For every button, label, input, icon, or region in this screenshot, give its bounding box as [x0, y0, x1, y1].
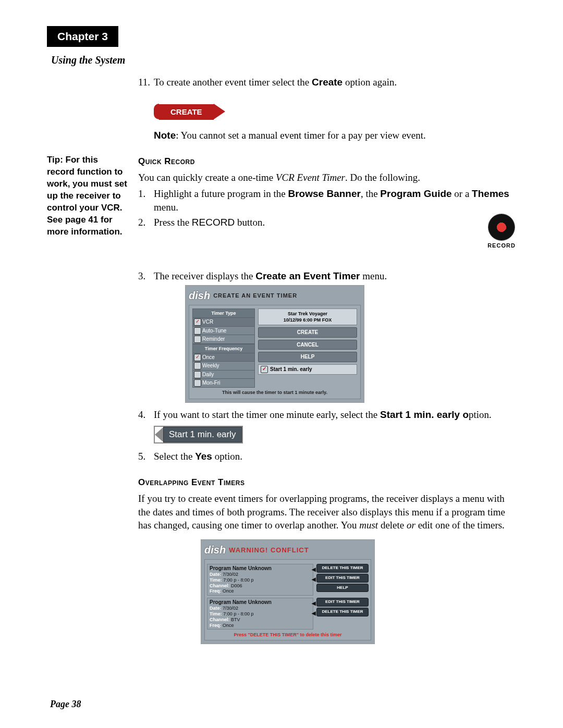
- delete-timer-button: ◀DELETE THIS TIMER: [316, 608, 369, 616]
- ss-titlebar: dish WARNING! CONFLICT: [204, 543, 371, 557]
- ss-help-button: HELP: [258, 352, 357, 362]
- b: Themes: [472, 188, 509, 199]
- ss-footer: Press "DELETE THIS TIMER" to delete this…: [207, 632, 369, 638]
- r: Channel: D006: [210, 583, 311, 589]
- quick-record-intro: You can quickly create a one-time VCR Ev…: [138, 171, 516, 184]
- start-early-pill: Start 1 min. early: [154, 426, 243, 444]
- b: Start 1 min. early o: [380, 409, 469, 420]
- t: , the: [361, 188, 380, 199]
- b: Create an Event Timer: [255, 270, 360, 281]
- ss-start-early: ✓Start 1 min. early: [258, 364, 357, 375]
- check-icon: [194, 336, 201, 343]
- label: Start 1 min. early: [270, 366, 312, 373]
- step-body: Select the Yes option.: [154, 450, 516, 463]
- page: Chapter 3 Using the System Tip: For this…: [0, 0, 563, 728]
- val: 7/30/02: [223, 572, 238, 577]
- text: option again.: [342, 77, 397, 88]
- val: Once: [223, 588, 234, 594]
- t: option.: [212, 451, 242, 462]
- content-row: Tip: For this record function to work, y…: [47, 73, 516, 649]
- t: menu.: [154, 202, 178, 213]
- arrow-icon: ◀: [312, 600, 316, 607]
- check-icon: [194, 379, 201, 387]
- conflict-row-1: Program Name Unknown Date: 7/30/02 Time:…: [207, 564, 369, 596]
- step-number: 4.: [138, 408, 154, 422]
- ss-footer: This will cause the timer to start 1 min…: [192, 388, 357, 396]
- qr-step-3: 3. The receiver displays the Create an E…: [138, 269, 516, 283]
- edit-timer-button: ◀EDIT THIS TIMER: [316, 598, 369, 607]
- record-icon: RECORD: [487, 214, 516, 250]
- ss-titlebar: dish CREATE AN EVENT TIMER: [189, 289, 361, 303]
- label: EDIT THIS TIMER: [325, 599, 360, 604]
- check-icon: ✓: [194, 354, 201, 361]
- val: 7/30/02: [223, 606, 238, 611]
- val: D006: [231, 583, 242, 588]
- ss-item: Weekly: [192, 361, 255, 371]
- ss-item: Reminder: [192, 335, 255, 344]
- ss-cols: Timer Type ✓VCR Auto-Tune Reminder Timer…: [192, 309, 357, 388]
- label: Mon-Fri: [202, 380, 220, 386]
- step-body: If you want to start the timer one minut…: [154, 408, 516, 422]
- create-button-pill: CREATE: [154, 104, 225, 119]
- b: Yes: [195, 451, 212, 462]
- arrow-icon: ◀: [312, 610, 316, 617]
- label: Once: [202, 354, 215, 360]
- step-body: The receiver displays the Create an Even…: [154, 269, 516, 283]
- label: EDIT THIS TIMER: [325, 575, 360, 580]
- r: Time: 7:00 p - 8:00 p: [210, 611, 311, 617]
- ss-warning-title: WARNING! CONFLICT: [229, 546, 309, 555]
- t: or a: [452, 188, 472, 199]
- t: button.: [235, 217, 265, 228]
- btn-name: RECORD: [192, 217, 235, 228]
- program-name: Program Name Unknown: [210, 565, 311, 572]
- screenshot-conflict: dish WARNING! CONFLICT Program Name Unkn…: [201, 539, 375, 645]
- check-icon: ✓: [261, 366, 268, 373]
- ss-item: Daily: [192, 370, 255, 379]
- step-body: To create another event timer select the…: [154, 76, 516, 89]
- lbl: Freq:: [210, 623, 222, 628]
- t: delete: [378, 520, 407, 530]
- r: Date: 7/30/02: [210, 572, 311, 577]
- ss-info: Star Trek Voyager 10/12/99 6:00 PM FOX: [258, 309, 357, 325]
- record-disc-icon: [488, 214, 515, 241]
- label: DELETE THIS TIMER: [322, 609, 363, 614]
- step-body: Highlight a future program in the Browse…: [154, 187, 516, 214]
- check-icon: [194, 371, 201, 378]
- text: To create another event timer select the: [154, 77, 312, 88]
- r: Date: 7/30/02: [210, 606, 311, 611]
- ss-item: Auto-Tune: [192, 326, 255, 336]
- ss-item: Mon-Fri: [192, 378, 255, 388]
- edit-timer-button: ◀EDIT THIS TIMER: [316, 574, 369, 583]
- lbl: Channel:: [210, 583, 230, 588]
- qr-step-5: 5. Select the Yes option.: [138, 450, 516, 463]
- label: Daily: [202, 372, 214, 377]
- pill-label: Start 1 min. early: [163, 427, 242, 443]
- label: DELETE THIS TIMER: [322, 565, 363, 570]
- conflict-info: Program Name Unknown Date: 7/30/02 Time:…: [207, 564, 313, 596]
- heading-quick-record: Quick Record: [138, 156, 516, 168]
- conflict-row-2: Program Name Unknown Date: 7/30/02 Time:…: [207, 598, 369, 630]
- label: Weekly: [202, 363, 219, 368]
- main-content: 11. To create another event timer select…: [138, 73, 516, 649]
- check-icon: [194, 327, 201, 335]
- step-number: 11.: [138, 76, 154, 89]
- lbl: Date:: [210, 572, 222, 577]
- t: edit one of the timers.: [415, 520, 505, 530]
- program-name: Program Name Unknown: [210, 599, 311, 606]
- val: 7:00 p - 8:00 p: [223, 577, 253, 583]
- step-number: 5.: [138, 450, 154, 463]
- step-11: 11. To create another event timer select…: [138, 76, 516, 89]
- ss-item: ✓Once: [192, 353, 255, 362]
- note-text: : You cannot set a manual event timer fo…: [176, 130, 426, 141]
- italic: VCR Event Timer: [276, 172, 345, 183]
- check-icon: ✓: [194, 318, 201, 326]
- delete-timer-button: ◀DELETE THIS TIMER: [316, 564, 369, 573]
- lbl: Time:: [210, 611, 222, 616]
- heading-overlap: Overlapping Event Timers: [138, 477, 516, 489]
- text: . Do the following.: [345, 172, 420, 183]
- step-body: RECORD Press the RECORD button.: [154, 216, 516, 250]
- qr-step-4: 4. If you want to start the timer one mi…: [138, 408, 516, 422]
- t: The receiver displays the: [154, 270, 255, 281]
- b: Program Guide: [380, 188, 451, 199]
- step-number: 3.: [138, 269, 154, 283]
